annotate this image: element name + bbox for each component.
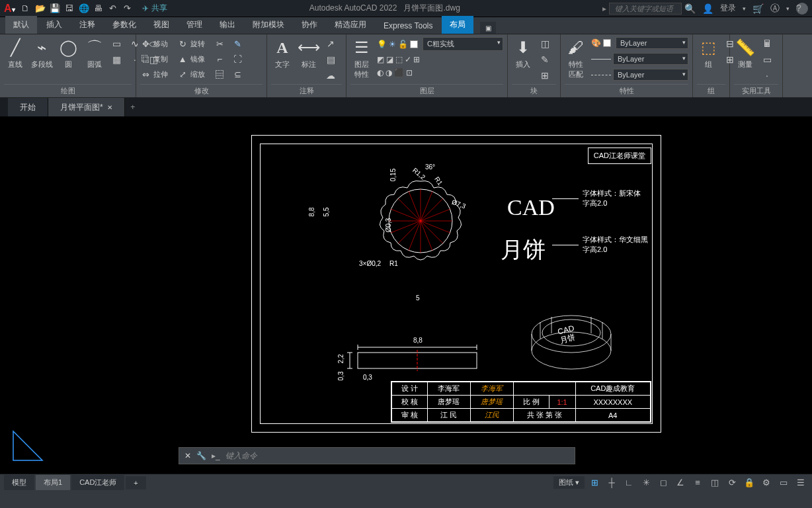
snap-icon[interactable]: ┼ bbox=[604, 476, 619, 489]
arc-button[interactable]: ⌒圆弧 bbox=[83, 37, 106, 69]
create-block-icon[interactable]: ◫ bbox=[538, 37, 551, 50]
fillet-icon[interactable]: ⌐ bbox=[214, 54, 225, 64]
plot-icon[interactable]: 🖶 bbox=[93, 3, 104, 14]
table-icon[interactable]: ▤ bbox=[324, 53, 337, 66]
line-button[interactable]: ╱直线 bbox=[4, 37, 26, 69]
cart-icon[interactable]: 🛒 bbox=[752, 3, 764, 14]
layer-ico8[interactable]: ⬛ bbox=[394, 68, 404, 77]
wrench-icon[interactable]: 🔧 bbox=[196, 451, 206, 460]
app-icon[interactable]: Ⓐ bbox=[770, 3, 780, 15]
featured-apps-icon[interactable]: ▣ bbox=[480, 22, 496, 34]
lweight-combo[interactable]: ByLayer bbox=[613, 53, 688, 65]
saveas-icon[interactable]: 🖫 bbox=[64, 3, 75, 14]
array-icon[interactable]: ⿳ bbox=[214, 69, 225, 79]
cloud-icon[interactable]: ☁ bbox=[324, 69, 337, 82]
menu-tab-11[interactable]: 布局 bbox=[442, 16, 473, 34]
circle-button[interactable]: ◯圆 bbox=[57, 37, 79, 69]
menu-tab-5[interactable]: 管理 bbox=[179, 16, 210, 34]
clean-icon[interactable]: ▭ bbox=[776, 476, 791, 489]
workspace-icon[interactable]: ⚙ bbox=[759, 476, 774, 489]
share-button[interactable]: ✈ 共享 bbox=[142, 3, 167, 14]
transparency-icon[interactable]: ◫ bbox=[708, 476, 722, 489]
menu-tab-1[interactable]: 插入 bbox=[38, 16, 70, 34]
offset-icon[interactable]: ⊆ bbox=[232, 69, 243, 79]
polar-icon[interactable]: ✳ bbox=[639, 476, 653, 489]
close-icon[interactable]: ✕ bbox=[107, 104, 112, 111]
tab-add-layout[interactable]: + bbox=[126, 476, 145, 489]
new-tab-button[interactable]: + bbox=[125, 103, 141, 112]
close-cmd-icon[interactable]: ✕ bbox=[184, 451, 191, 460]
color-wheel-icon[interactable]: 🎨 bbox=[591, 38, 601, 48]
menu-tab-3[interactable]: 参数化 bbox=[104, 16, 144, 34]
tab-current[interactable]: 月饼平面图*✕ bbox=[48, 98, 125, 117]
menu-tab-4[interactable]: 视图 bbox=[145, 16, 177, 34]
menu-tab-7[interactable]: 附加模块 bbox=[245, 16, 292, 34]
menu-tab-6[interactable]: 输出 bbox=[212, 16, 243, 34]
anno-scale-icon[interactable]: 🔒 bbox=[742, 476, 756, 489]
move-button[interactable]: ✥移动 ↻旋转 ✂ ✎ bbox=[140, 37, 243, 50]
grid-icon[interactable]: ⊞ bbox=[587, 476, 602, 489]
layer-ico5[interactable]: ⊞ bbox=[413, 55, 420, 64]
explode-icon[interactable]: ⛶ bbox=[232, 54, 243, 64]
copy-button[interactable]: ⿻复制 ▲镜像 ⌐ ⛶ bbox=[140, 52, 243, 65]
ortho-icon[interactable]: ∟ bbox=[622, 476, 636, 489]
measure-button[interactable]: 📏测量 bbox=[734, 37, 756, 69]
tab-model[interactable]: 模型 bbox=[4, 475, 34, 490]
paper-toggle[interactable]: 图纸 ▾ bbox=[553, 476, 585, 489]
stretch-button[interactable]: ⇔拉伸 ⤢缩放 ⿳ ⊆ bbox=[140, 67, 243, 81]
menu-tab-9[interactable]: 精选应用 bbox=[327, 16, 374, 34]
leader-icon[interactable]: ↗ bbox=[324, 37, 337, 50]
polyline-button[interactable]: ⌁多段线 bbox=[30, 37, 53, 69]
osnap-icon[interactable]: ◻ bbox=[656, 476, 670, 489]
menu-tab-8[interactable]: 协作 bbox=[294, 16, 325, 34]
web-icon[interactable]: 🌐 bbox=[79, 3, 89, 14]
login-button[interactable]: 登录 bbox=[720, 3, 736, 14]
menu-tab-0[interactable]: 默认 bbox=[5, 16, 37, 34]
ltype-combo[interactable]: ByLayer bbox=[613, 69, 688, 81]
edit-block-icon[interactable]: ✎ bbox=[538, 53, 551, 66]
undo-icon[interactable]: ↶ bbox=[108, 3, 118, 14]
text-button[interactable]: A文字 bbox=[271, 37, 294, 69]
sun-icon[interactable]: ☀ bbox=[389, 40, 396, 49]
menu-tab-2[interactable]: 注释 bbox=[71, 16, 103, 34]
calc-icon[interactable]: 🖩 bbox=[760, 37, 774, 50]
bulb-icon[interactable]: 💡 bbox=[377, 40, 387, 49]
otrack-icon[interactable]: ∠ bbox=[673, 476, 688, 489]
app-logo[interactable]: A▾ bbox=[4, 3, 15, 15]
help-icon[interactable]: ? bbox=[796, 3, 808, 15]
menu-tab-10[interactable]: Express Tools bbox=[376, 18, 440, 34]
layer-ico1[interactable]: ◩ bbox=[377, 55, 384, 64]
cycle-icon[interactable]: ⟳ bbox=[725, 476, 739, 489]
save-icon[interactable]: 💾 bbox=[50, 3, 60, 14]
layer-ico2[interactable]: ◪ bbox=[386, 55, 393, 64]
attr-icon[interactable]: ⊞ bbox=[538, 69, 551, 82]
layer-ico7[interactable]: ◑ bbox=[386, 68, 392, 77]
insert-button[interactable]: ⬇插入 bbox=[512, 37, 534, 69]
user-icon[interactable]: 👤 bbox=[702, 3, 713, 14]
lock-icon[interactable]: 🔓 bbox=[398, 40, 408, 49]
custom-icon[interactable]: ☰ bbox=[793, 476, 808, 489]
color-combo[interactable]: ByLayer bbox=[616, 37, 688, 49]
layer-ico6[interactable]: ◐ bbox=[377, 68, 384, 77]
layer-combo[interactable]: C粗实线 bbox=[423, 37, 503, 51]
layer-ico3[interactable]: ⬚ bbox=[395, 55, 403, 64]
redo-icon[interactable]: ↷ bbox=[122, 3, 133, 14]
new-icon[interactable]: 🗋 bbox=[20, 3, 31, 14]
layerprops-button[interactable]: ☰图层 特性 bbox=[350, 37, 373, 79]
dimension-button[interactable]: ⟷标注 bbox=[298, 37, 320, 69]
layer-ico9[interactable]: ⊡ bbox=[406, 68, 413, 77]
erase-icon[interactable]: ✎ bbox=[232, 38, 243, 49]
trim-icon[interactable]: ✂ bbox=[214, 38, 225, 49]
command-line[interactable]: ✕ 🔧 ▸_ 键入命令 bbox=[179, 447, 575, 464]
lweight-icon[interactable]: ≡ bbox=[690, 476, 705, 489]
group-button[interactable]: ⬚组 bbox=[697, 37, 719, 69]
help-search-input[interactable] bbox=[609, 3, 682, 15]
matchprop-button[interactable]: 🖌特性 匹配 bbox=[565, 37, 587, 79]
tab-start[interactable]: 开始 bbox=[8, 98, 48, 117]
point-icon2[interactable]: · bbox=[760, 69, 774, 82]
search-icon[interactable]: 🔍 bbox=[684, 3, 696, 14]
open-icon[interactable]: 📂 bbox=[35, 3, 46, 14]
tab-layout1[interactable]: 布局1 bbox=[36, 475, 70, 490]
rect-icon[interactable]: ▭ bbox=[110, 37, 123, 50]
drawing-canvas[interactable]: CAD江老师课堂 8,8 5,5 5 36° R1,2 R1 Ø7,3 bbox=[0, 116, 812, 474]
